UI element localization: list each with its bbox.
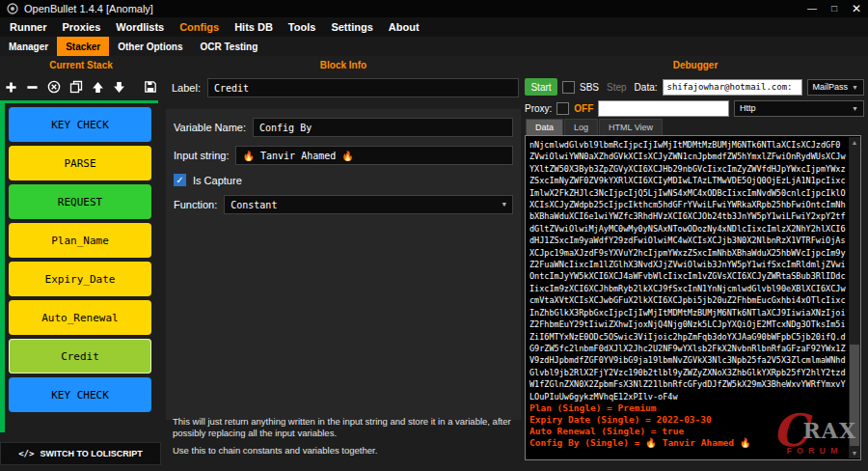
tab-log[interactable]: Log <box>564 119 598 135</box>
debugger-tabs: Data Log HTML View <box>526 119 663 135</box>
stack-block-parse[interactable]: PARSE <box>9 146 151 180</box>
block-settings-panel: Variable Name: Input string: Is Capture … <box>166 109 521 420</box>
proxy-type-combobox[interactable]: Http <box>734 100 864 117</box>
block-info-title: Block Info <box>164 60 523 70</box>
tab-data[interactable]: Data <box>526 119 563 135</box>
close-button[interactable]: ✕ <box>852 0 861 17</box>
debugger-controls-row: Start SBS Step Data: MailPass <box>525 77 864 97</box>
stack-block-credit[interactable]: Credit <box>9 339 151 374</box>
remove-block-button[interactable] <box>26 81 39 94</box>
add-block-button[interactable] <box>5 81 17 94</box>
function-label: Function: <box>174 199 217 210</box>
start-button[interactable]: Start <box>525 78 557 96</box>
clone-icon <box>69 80 83 94</box>
is-capture-checkbox[interactable] <box>174 174 186 186</box>
switch-to-loliscript-button[interactable]: </> SWITCH TO LOLISCRIPT <box>0 442 161 465</box>
sbs-label: SBS <box>580 82 599 93</box>
menu-item-about[interactable]: About <box>381 21 427 33</box>
input-string-row: Input string: <box>174 146 513 165</box>
disable-block-button[interactable] <box>47 80 61 94</box>
debugger-log-area[interactable]: nNjcmlwdGlvbl9lbmRcIjpcIjIwMjItMDMtMzBUM… <box>525 135 861 460</box>
openbullet-window: OpenBullet 1.4.4 [Anomaly] — □ ✕ Runner … <box>0 0 868 471</box>
window-title: OpenBullet 1.4.4 [Anomaly] <box>24 3 153 14</box>
scroll-up-button[interactable] <box>849 137 860 148</box>
label-field-label: Label: <box>172 82 201 94</box>
wordlist-type-value: MailPass <box>813 82 849 92</box>
input-string-input[interactable] <box>235 146 513 165</box>
arrow-down-icon <box>113 81 125 94</box>
menu-item-settings[interactable]: Settings <box>323 21 380 33</box>
menubar: Runner Proxies Wordlists Configs Hits DB… <box>0 17 868 37</box>
function-row: Function: Constant <box>174 195 513 214</box>
function-value: Constant <box>231 200 277 210</box>
debug-data-input[interactable] <box>663 79 802 96</box>
code-icon: </> <box>18 449 34 458</box>
x-circle-icon <box>47 80 61 94</box>
block-label-row: Label: <box>172 78 519 97</box>
proxy-input[interactable] <box>598 100 729 117</box>
save-config-button[interactable] <box>144 80 157 94</box>
stack-block-plan-name[interactable]: Plan_Name <box>9 223 151 258</box>
stack-block-expiry-date[interactable]: Expiry_Date <box>9 262 151 296</box>
minus-icon <box>26 81 39 94</box>
debugger-proxy-row: Proxy: OFF Http <box>525 98 864 118</box>
maximize-button[interactable]: □ <box>831 0 837 17</box>
menu-item-runner[interactable]: Runner <box>2 21 55 33</box>
sbs-checkbox[interactable] <box>562 81 575 94</box>
input-string-label: Input string: <box>174 150 229 161</box>
proxy-checkbox[interactable] <box>556 102 569 115</box>
variable-name-row: Variable Name: <box>174 118 513 137</box>
capture-line-auto-renewal: Auto Renewal (Single) = true <box>529 426 847 437</box>
block-stack-list: KEY CHECK PARSE REQUEST Plan_Name Expiry… <box>9 107 151 416</box>
move-block-up-button[interactable] <box>92 81 104 94</box>
function-combobox[interactable]: Constant <box>224 195 513 214</box>
data-label: Data: <box>635 82 658 93</box>
help-text-line-1: This will just return anything written i… <box>173 416 514 440</box>
menu-item-hitsdb[interactable]: Hits DB <box>227 21 281 33</box>
current-stack-title: Current Stack <box>0 60 162 70</box>
proxy-type-value: Http <box>740 103 756 113</box>
stack-block-auto-renewal[interactable]: Auto_Renewal <box>9 300 151 335</box>
stack-block-key-check-1[interactable]: KEY CHECK <box>9 107 151 142</box>
plus-icon <box>5 81 17 94</box>
log-scrollbar[interactable] <box>849 137 860 458</box>
capture-line-config-by: Config By (Single) = 🔥 Tanvir Ahamed 🔥 <box>529 437 847 449</box>
subtab-manager[interactable]: Manager <box>0 37 57 56</box>
titlebar: OpenBullet 1.4.4 [Anomaly] — □ ✕ <box>0 0 868 17</box>
menu-item-proxies[interactable]: Proxies <box>55 21 109 33</box>
tab-html-view[interactable]: HTML View <box>599 119 663 135</box>
app-icon <box>7 3 18 14</box>
window-controls: — □ ✕ <box>807 0 861 17</box>
switch-button-label: SWITCH TO LOLISCRIPT <box>40 449 142 458</box>
move-block-down-button[interactable] <box>113 81 125 94</box>
menu-item-tools[interactable]: Tools <box>281 21 324 33</box>
wordlist-type-combobox[interactable]: MailPass <box>807 79 864 96</box>
is-capture-row: Is Capture <box>174 174 513 186</box>
clone-block-button[interactable] <box>69 80 83 94</box>
stack-top-rule <box>0 100 158 103</box>
proxy-label: Proxy: <box>525 103 552 114</box>
scrollbar-thumb[interactable] <box>850 345 859 446</box>
proxy-status-label: OFF <box>574 103 593 114</box>
capture-line-plan: Plan (Single) = Premium <box>529 402 847 414</box>
configs-subtabs: Manager Stacker Other Options OCR Testin… <box>0 37 868 56</box>
block-label-input[interactable] <box>207 78 519 97</box>
subtab-other-options[interactable]: Other Options <box>109 37 191 56</box>
step-button[interactable]: Step <box>604 82 630 93</box>
minimize-button[interactable]: — <box>807 0 817 17</box>
scroll-down-button[interactable] <box>849 448 860 458</box>
save-icon <box>144 80 157 94</box>
menu-item-wordlists[interactable]: Wordlists <box>108 21 172 33</box>
debugger-title: Debugger <box>523 60 868 70</box>
stack-block-request[interactable]: REQUEST <box>9 184 151 219</box>
stack-toolbar <box>5 76 157 97</box>
menu-item-configs[interactable]: Configs <box>172 21 227 33</box>
subtab-stacker[interactable]: Stacker <box>57 37 109 56</box>
variable-name-input[interactable] <box>253 118 513 137</box>
help-text-line-2: Use this to chain constants and variable… <box>173 445 514 457</box>
subtab-ocr-testing[interactable]: OCR Testing <box>192 37 267 56</box>
capture-line-expiry-date: Expiry Date (Single) = 2022-03-30 <box>529 414 847 426</box>
stack-left-strip <box>0 103 5 432</box>
debugger-log-text: nNjcmlwdGlvbl9lbmRcIjpcIjIwMjItMDMtMzBUM… <box>529 139 847 402</box>
stack-block-key-check-2[interactable]: KEY CHECK <box>9 377 151 412</box>
